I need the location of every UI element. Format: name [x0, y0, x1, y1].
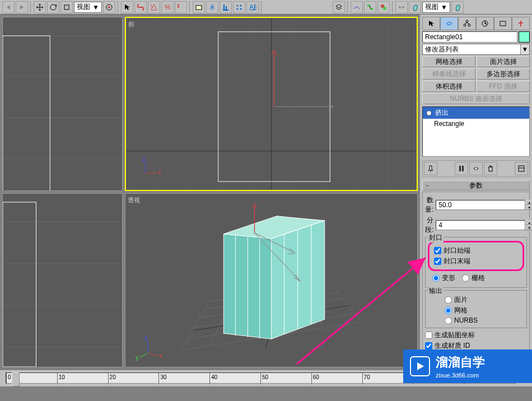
- percent-snap[interactable]: %: [161, 1, 174, 13]
- svg-rect-91: [500, 21, 506, 26]
- show-end-result-button[interactable]: [455, 162, 468, 175]
- layers-button[interactable]: [333, 1, 345, 13]
- selection-buttons: 网格选择 面片选择 样条线选择 多边形选择 体积选择 FFD 选择 NURBS …: [422, 56, 530, 104]
- modifier-list-dropdown[interactable]: 修改器列表 ▼: [422, 44, 530, 55]
- mesh-radio[interactable]: [445, 307, 452, 314]
- remove-modifier-button[interactable]: [484, 162, 497, 175]
- amount-input[interactable]: [436, 200, 525, 210]
- ruler-tick: [6, 373, 7, 384]
- align-button[interactable]: [220, 1, 232, 13]
- gen-matid-checkbox[interactable]: [425, 342, 432, 349]
- spline-select-button[interactable]: 样条线选择: [422, 68, 475, 80]
- ruler-label: 0: [8, 374, 11, 380]
- ruler-label: 40: [211, 374, 217, 380]
- ffd-select-button[interactable]: FFD 选择: [477, 81, 530, 92]
- segments-down[interactable]: ▼: [525, 225, 532, 230]
- viewport-label-perspective: 透视: [128, 196, 140, 204]
- object-name-input[interactable]: [422, 31, 517, 43]
- vol-select-button[interactable]: 体积选择: [422, 81, 475, 92]
- undo-button[interactable]: [2, 1, 15, 13]
- snap-toggle[interactable]: [134, 1, 147, 13]
- stack-item-rectangle[interactable]: Rectangle: [423, 119, 529, 129]
- viewport-top[interactable]: [2, 17, 123, 191]
- angle-snap[interactable]: [148, 1, 160, 13]
- nurbs-radio[interactable]: [445, 317, 452, 324]
- ruler-label: 50: [262, 374, 268, 380]
- patch-radio[interactable]: [445, 296, 452, 304]
- select-button[interactable]: [121, 1, 133, 13]
- modifier-stack[interactable]: 挤出 Rectangle: [422, 106, 530, 157]
- ruler-tick: [209, 373, 210, 384]
- svg-rect-17: [3, 17, 122, 190]
- material-button[interactable]: [377, 1, 390, 13]
- center-button[interactable]: [103, 1, 115, 13]
- ruler-tick: [362, 373, 363, 384]
- array-button[interactable]: [233, 1, 245, 13]
- named-selection[interactable]: [193, 1, 205, 13]
- svg-point-6: [237, 4, 239, 6]
- spinner-snap[interactable]: [175, 1, 187, 13]
- stack-item-extrude[interactable]: 挤出: [423, 107, 529, 119]
- pin-stack-button[interactable]: [424, 162, 437, 175]
- segments-up[interactable]: ▲: [525, 220, 532, 225]
- svg-rect-47: [3, 194, 122, 367]
- ruler-tick: [57, 373, 58, 384]
- ruler-tick: [311, 373, 312, 384]
- mirror-button[interactable]: [206, 1, 218, 13]
- mesh-select-button[interactable]: 网格选择: [422, 56, 475, 67]
- svg-point-7: [240, 4, 242, 6]
- schematic-button[interactable]: [364, 1, 376, 13]
- gen-mapping-checkbox[interactable]: [425, 332, 432, 339]
- create-tab[interactable]: [422, 17, 440, 30]
- ruler-label: 70: [364, 374, 370, 380]
- motion-tab[interactable]: [476, 17, 494, 30]
- amount-down[interactable]: ▼: [525, 205, 532, 210]
- svg-point-87: [466, 20, 468, 22]
- ruler-tick: [158, 373, 159, 384]
- rotate-button[interactable]: [47, 1, 59, 13]
- viewport-front[interactable]: 前: [125, 17, 418, 191]
- render-scene-button[interactable]: [395, 1, 408, 13]
- svg-rect-12: [371, 8, 373, 10]
- command-panel: 修改器列表 ▼ 网格选择 面片选择 样条线选择 多边形选择 体积选择 FFD 选…: [420, 15, 532, 370]
- params-rollout-header[interactable]: - 参数: [422, 180, 530, 190]
- minus-icon: -: [426, 181, 428, 189]
- watermark-banner: 溜溜自学 zixue.3d66.com: [403, 349, 532, 383]
- scale-button[interactable]: [60, 1, 73, 13]
- time-slider-handle[interactable]: [12, 372, 20, 386]
- cap-end-checkbox[interactable]: [434, 258, 441, 265]
- segments-input[interactable]: [436, 220, 525, 230]
- move-button[interactable]: [34, 1, 46, 13]
- configure-button[interactable]: [515, 162, 528, 175]
- snapshot-button[interactable]: ABC: [246, 1, 259, 13]
- hierarchy-tab[interactable]: [458, 17, 476, 30]
- main-area: 前: [0, 15, 532, 370]
- stack-toolbar: [422, 160, 530, 177]
- redo-button[interactable]: [16, 1, 28, 13]
- morph-radio[interactable]: [432, 274, 440, 282]
- viewport-left[interactable]: [2, 193, 123, 367]
- bulb-icon: [426, 110, 432, 116]
- svg-text:y: y: [136, 353, 139, 361]
- cap-start-checkbox[interactable]: [434, 247, 441, 254]
- svg-text:%: %: [165, 3, 171, 11]
- poly-select-button[interactable]: 多边形选择: [477, 68, 530, 80]
- nurbs-select-button[interactable]: NURBS 曲面选择: [422, 93, 530, 104]
- object-color-swatch[interactable]: [519, 31, 530, 43]
- make-unique-button[interactable]: [469, 162, 483, 175]
- coord-dropdown[interactable]: 视图▼: [74, 2, 102, 13]
- display-tab[interactable]: [494, 17, 512, 30]
- modify-tab[interactable]: [440, 17, 458, 30]
- curve-editor-button[interactable]: [351, 1, 363, 13]
- quick-render-button[interactable]: [451, 1, 464, 13]
- utilities-tab[interactable]: [512, 17, 530, 30]
- svg-rect-5: [196, 6, 202, 10]
- render-view-dropdown[interactable]: 视图▼: [422, 2, 450, 13]
- play-icon: [410, 356, 430, 376]
- render-button[interactable]: [409, 1, 421, 13]
- face-select-button[interactable]: 面片选择: [477, 56, 530, 67]
- amount-up[interactable]: ▲: [525, 200, 532, 205]
- viewport-perspective[interactable]: 透视: [125, 193, 418, 367]
- svg-rect-93: [459, 166, 461, 171]
- grid-radio[interactable]: [462, 274, 469, 282]
